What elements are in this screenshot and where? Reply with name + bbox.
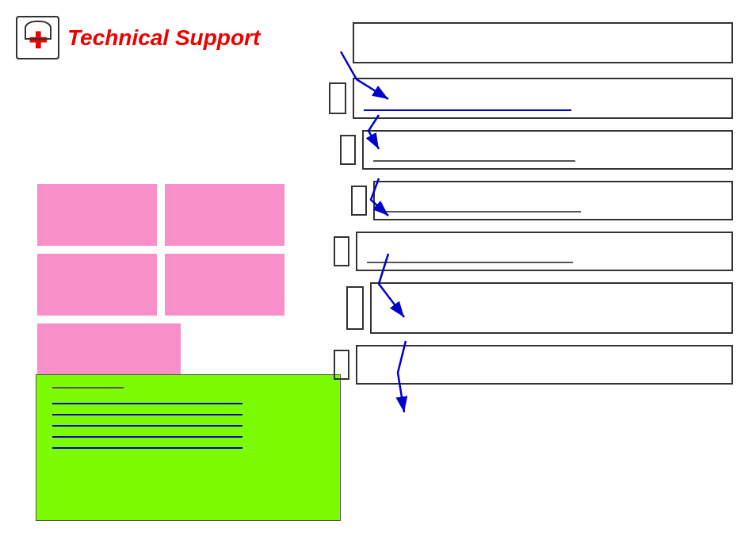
small-box-2 [329,82,346,114]
small-box-6 [346,286,364,330]
green-panel [36,374,341,521]
right-panel [329,22,733,396]
pink-cell-1 [36,182,158,247]
pink-cell-2 [163,182,286,247]
small-box-4 [351,186,367,216]
green-link-5[interactable] [52,447,242,449]
box-row-4 [351,181,733,220]
box-row-3 [340,130,733,170]
green-link-3[interactable] [52,425,242,427]
logo: ✚ [16,16,59,59]
pink-row-3 [36,322,297,381]
app-title: Technical Support [67,25,260,51]
pink-cell-3 [36,252,158,317]
pink-row-2 [36,252,297,317]
main-box-1[interactable] [353,22,733,63]
box-row-2 [329,78,733,119]
green-link-1[interactable] [52,403,242,404]
green-link-2[interactable] [52,414,242,415]
main-box-7[interactable] [356,345,733,385]
main-box-3[interactable] [362,130,733,170]
cross-icon: ✚ [29,30,47,52]
header: ✚ Technical Support [16,16,260,59]
pink-row-1 [36,182,297,247]
pink-cell-5 [36,322,182,381]
small-box-3 [340,135,356,165]
green-line [52,387,124,389]
box-row-6 [346,282,733,334]
main-box-2[interactable] [353,78,733,119]
green-link-4[interactable] [52,436,242,438]
box-row-7 [334,345,733,385]
pink-grid [36,182,297,386]
small-box-5 [334,236,349,266]
main-box-5[interactable] [356,232,733,271]
small-box-7 [334,350,349,380]
box-row-1 [353,22,733,63]
main-box-6[interactable] [370,282,733,334]
box-row-5 [334,232,733,271]
pink-cell-4 [163,252,286,317]
main-box-4[interactable] [373,181,733,220]
